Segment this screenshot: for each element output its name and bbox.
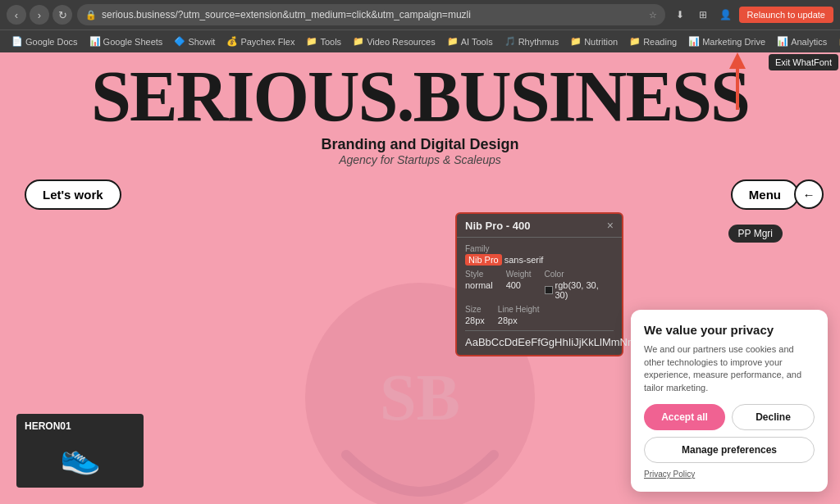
- site-tagline: Branding and Digital Design Agency for S…: [0, 136, 840, 166]
- url-text: serious.business/?utm_source=extension&u…: [102, 9, 644, 20]
- font-popup-header: Nib Pro - 400 ×: [457, 214, 622, 238]
- weight-field: Weight 400: [506, 270, 532, 300]
- color-text: rgb(30, 30, 30): [555, 280, 614, 300]
- forward-nav-button[interactable]: ›: [30, 5, 49, 25]
- cookie-description: We and our partners use cookies and othe…: [644, 343, 815, 394]
- back-button[interactable]: ←: [794, 179, 824, 209]
- shoe-icon: 👟: [60, 438, 101, 476]
- cookie-consent-panel: We value your privacy We and our partner…: [631, 310, 828, 492]
- svg-marker-1: [729, 52, 746, 69]
- bookmark-nutrition[interactable]: 📁 Nutrition: [565, 34, 623, 48]
- tagline-sub: Agency for Startups & Scaleups: [0, 153, 840, 166]
- font-popup-title: Nib Pro - 400: [465, 220, 530, 232]
- sb-text: SB: [380, 361, 460, 435]
- weight-label: Weight: [506, 270, 532, 279]
- bookmark-reading[interactable]: 📁 Reading: [624, 34, 682, 48]
- relaunch-button[interactable]: Relaunch to update: [739, 7, 833, 23]
- address-bar[interactable]: 🔒 serious.business/?utm_source=extension…: [77, 4, 665, 25]
- star-icon: ☆: [649, 10, 657, 20]
- font-popup-close-button[interactable]: ×: [607, 219, 614, 232]
- cookie-title: We value your privacy: [644, 323, 815, 337]
- font-size-row: Size 28px Line Height 28px: [465, 305, 614, 325]
- lets-work-button[interactable]: Let's work: [25, 179, 121, 210]
- decline-button[interactable]: Decline: [732, 404, 815, 430]
- bookmark-showit[interactable]: 🔷 Showit: [169, 34, 220, 48]
- product-label: HERON01: [25, 420, 71, 432]
- style-value: normal: [465, 280, 493, 290]
- tagline-main: Branding and Digital Design: [0, 136, 840, 153]
- size-field: Size 28px: [465, 305, 485, 325]
- family-label: Family: [465, 244, 543, 253]
- line-height-field: Line Height 28px: [498, 305, 540, 325]
- profile-button[interactable]: 👤: [716, 5, 736, 25]
- font-family-row: Family Nib Pro sans-serif: [465, 244, 614, 265]
- browser-chrome: ‹ › ↻ 🔒 serious.business/?utm_source=ext…: [0, 0, 840, 52]
- color-value: rgb(30, 30, 30): [545, 280, 614, 300]
- bookmark-google-docs[interactable]: 📄 Google Docs: [7, 34, 83, 48]
- page-content: Exit WhatFont SERIOUS.BUSINESS Branding …: [0, 52, 840, 504]
- cookie-primary-buttons: Accept all Decline: [644, 404, 815, 430]
- bookmark-tools[interactable]: 📁 Tools: [301, 34, 346, 48]
- bookmark-for-later[interactable]: 📁 For Later: [833, 34, 840, 48]
- family-highlight: Nib Pro: [465, 254, 502, 266]
- line-height-value: 28px: [498, 316, 540, 325]
- color-field: Color rgb(30, 30, 30): [545, 270, 614, 300]
- browser-controls: ‹ › ↻: [7, 5, 72, 25]
- bookmark-marketing[interactable]: 📊 Marketing Drive: [683, 34, 770, 48]
- font-inspector-popup: Nib Pro - 400 × Family Nib Pro sans-seri…: [455, 212, 623, 356]
- privacy-policy-link[interactable]: Privacy Policy: [644, 470, 815, 479]
- font-details-row: Style normal Weight 400 Color rgb(30, 30…: [465, 270, 614, 300]
- weight-value: 400: [506, 280, 532, 290]
- pp-badge[interactable]: PP Mgri: [728, 225, 783, 243]
- bookmark-video[interactable]: 📁 Video Resources: [348, 34, 441, 48]
- bookmark-paychex[interactable]: 💰 Paychex Flex: [221, 34, 299, 48]
- downloads-button[interactable]: ⬇: [670, 5, 690, 25]
- exit-whatfont-button[interactable]: Exit WhatFont: [769, 54, 838, 70]
- bookmarks-bar: 📄 Google Docs 📊 Google Sheets 🔷 Showit 💰…: [0, 30, 840, 52]
- menu-button[interactable]: Menu: [731, 179, 799, 210]
- font-popup-body: Family Nib Pro sans-serif Style normal W…: [457, 238, 622, 355]
- size-value: 28px: [465, 316, 485, 325]
- style-label: Style: [465, 270, 493, 279]
- bookmark-google-sheets[interactable]: 📊 Google Sheets: [84, 34, 168, 48]
- font-preview: AaBbCcDdEeFfGgHhIiJjKkLlMmNnOoPpQql: [465, 330, 614, 348]
- orange-arrow: [713, 52, 762, 118]
- smiley-decoration: [330, 447, 510, 504]
- browser-top-bar: ‹ › ↻ 🔒 serious.business/?utm_source=ext…: [0, 0, 840, 30]
- bookmark-analytics[interactable]: 📊 Analytics: [772, 34, 832, 48]
- extensions-button[interactable]: ⊞: [693, 5, 713, 25]
- lock-icon: 🔒: [85, 10, 97, 20]
- family-value: Nib Pro sans-serif: [465, 255, 543, 265]
- browser-actions: ⬇ ⊞ 👤 Relaunch to update: [670, 5, 833, 25]
- color-swatch-box: [545, 286, 553, 294]
- bookmark-ai[interactable]: 📁 AI Tools: [442, 34, 498, 48]
- font-family-field: Family Nib Pro sans-serif: [465, 244, 543, 265]
- size-label: Size: [465, 305, 485, 314]
- manage-preferences-button[interactable]: Manage preferences: [644, 437, 815, 463]
- style-field: Style normal: [465, 270, 493, 300]
- family-rest: sans-serif: [504, 255, 544, 265]
- product-thumbnail: HERON01 👟: [16, 414, 144, 488]
- reload-button[interactable]: ↻: [52, 5, 72, 25]
- line-height-label: Line Height: [498, 305, 540, 314]
- accept-all-button[interactable]: Accept all: [644, 404, 725, 430]
- bookmark-rhythmus[interactable]: 🎵 Rhythmus: [500, 34, 564, 48]
- back-nav-button[interactable]: ‹: [7, 5, 26, 25]
- color-label: Color: [545, 270, 614, 279]
